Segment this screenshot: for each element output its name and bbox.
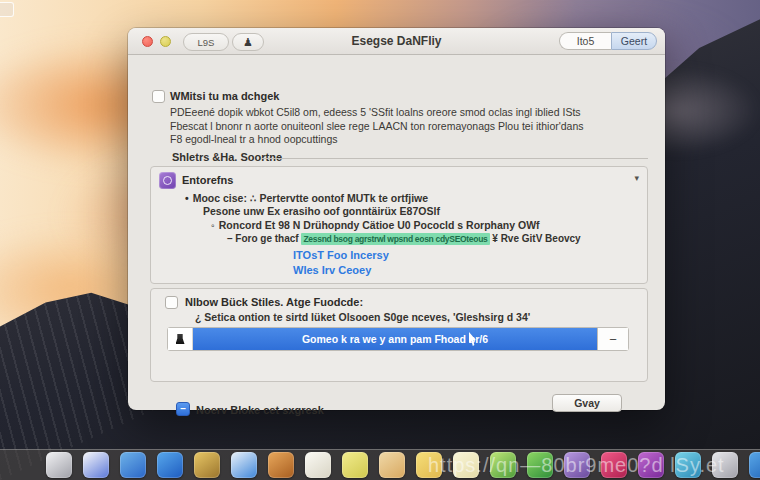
dock-icon-sticky[interactable] [342,452,368,478]
dialog-window: L9S ♟ Esegse DaNFliy Ito5 Geert WMitsi t… [128,28,665,410]
selected-list-item[interactable]: Gomeo k ra we y ann pam Fhoad br/6 [193,328,597,350]
checkbox-network-label: WMitsi tu ma dchgek [170,90,279,102]
desktop-icon[interactable] [0,2,14,17]
dock-icon-basket[interactable] [268,452,294,478]
dock-icon-browser[interactable] [83,452,109,478]
titlebar[interactable]: L9S ♟ Esegse DaNFliy Ito5 Geert [128,28,665,55]
app-icon [159,172,176,189]
dock-icon-moon[interactable] [564,452,590,478]
dock-icon-shell[interactable] [712,452,738,478]
access-group-box: Nlbow Bück Stiles. Atge Fuodcde: ¿ Setic… [150,288,648,382]
checkbox-stealth[interactable]: – [176,402,190,416]
dock-icon-folder[interactable] [416,452,442,478]
section-divider [262,158,648,159]
link-1[interactable]: ITOsT Foo Incersy [293,249,389,261]
list-item-icon-cell [168,328,193,350]
checkbox-block[interactable] [165,296,178,309]
dock-icon-leaf[interactable] [490,452,516,478]
intro-paragraph: PDEeené dopik wbkot C5il8 om, edeess 5 '… [170,106,652,147]
group1-dash-line: – Foro ge thacf Zessnd bsog agrstrwl wps… [227,233,581,244]
dock-icon-paw[interactable] [638,452,664,478]
bullet-icon: ◦ [211,219,215,231]
dock-icon-cards[interactable] [379,452,405,478]
dock-icon-drop[interactable] [675,452,701,478]
dash-suffix: ¥ Rve GitV Beovcy [490,233,581,244]
bullet-icon: • [185,192,189,204]
service-icon [176,334,185,344]
dock-icon-heart[interactable] [601,452,627,478]
dock-icon-globe[interactable] [120,452,146,478]
checkbox-block-label: Nlbow Bück Stiles. Atge Fuodcde: [185,296,363,308]
dock-icon-blue-drop[interactable] [749,452,760,478]
group1-sub-bullet: ◦Roncord Et 98 N Drühopndy Cätioe U0 Poc… [211,219,540,231]
group1-heading: Entorefns [182,174,233,186]
checkbox-stealth-label: Noerv Bloke cet sxgresk [196,404,324,416]
group2-note: ¿ Setica ontion te sirtd lüket Olsooen S… [195,311,530,323]
checkbox-network[interactable] [152,90,165,103]
intro-line: F8 egodl-lneal tr a hnod oopcuttings [170,133,652,147]
footer-ok-button[interactable]: Gvay [552,394,622,412]
dock-icon-green[interactable] [527,452,553,478]
dock[interactable] [0,449,760,480]
titlebar-search-field[interactable]: Ito5 [559,32,611,50]
intro-line: PDEeené dopik wbkot C5il8 om, edeess 5 '… [170,106,652,120]
dock-icon-finder[interactable] [46,452,72,478]
dock-icon-wave[interactable] [157,452,183,478]
link-2[interactable]: WIes Irv Ceoey [293,264,371,276]
section-label: Shletrs &Ha. Soortne [172,151,282,163]
titlebar-action-button[interactable]: Geert [611,32,657,50]
service-list: Gomeo k ra we y ann pam Fhoad br/6 − [167,327,629,351]
dialog-content: WMitsi tu ma dchgek PDEeené dopik wbkot … [128,54,665,410]
selected-list-item-label: Gomeo k ra we y ann pam Fhoad br/6 [302,333,488,345]
dock-icon-pale[interactable] [453,452,479,478]
services-group-box: Entorefns ▾ •Mooc cise: ∴ Pertervtte oon… [150,166,648,284]
selected-text-highlight[interactable]: Zessnd bsog agrstrwl wpsnd eosn cdySEOte… [301,233,489,245]
dock-icon-split[interactable] [231,452,257,478]
intro-line: Fbescat l bnonr n aorte onuiteonl slee r… [170,120,652,134]
dash-prefix: – Foro ge thacf [227,233,301,244]
disclosure-arrow-icon[interactable]: ▾ [634,173,639,183]
dock-icon-notes[interactable] [305,452,331,478]
dock-icon-lamp[interactable] [194,452,220,478]
group1-line-2: Pesone unw Ex erasiho oof gonntäirüx E87… [203,205,440,217]
group1-bullet-1: •Mooc cise: ∴ Pertervtte oontof MUTk te … [185,192,428,204]
remove-button[interactable]: − [597,328,628,350]
